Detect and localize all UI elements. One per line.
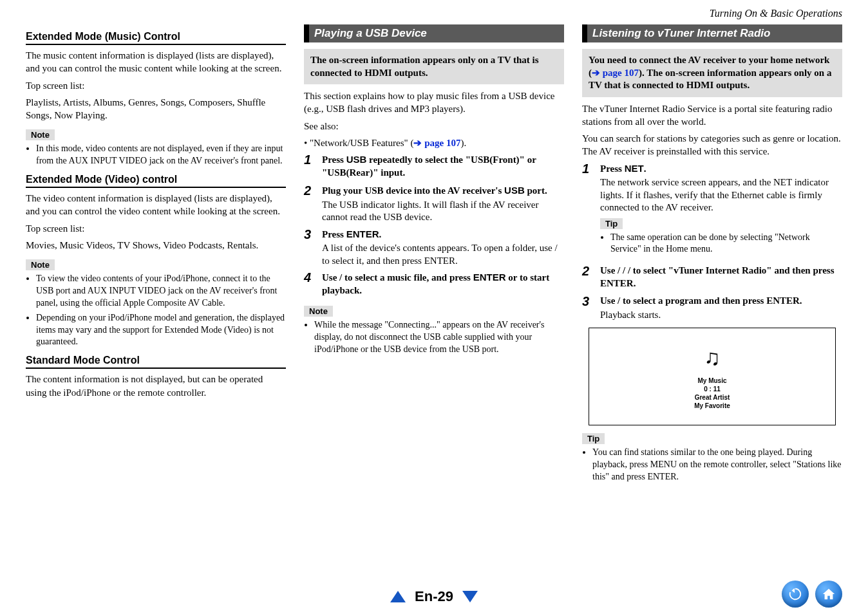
column-middle: Playing a USB Device The on-screen infor… bbox=[304, 24, 564, 488]
vtuner-step-1: 1 Press NET. The network service screen … bbox=[582, 162, 842, 261]
standard-mode-paragraph: The content information is not displayed… bbox=[26, 373, 286, 399]
step-number: 1 bbox=[304, 153, 316, 180]
vtuner-info-box: You need to connect the AV receiver to y… bbox=[582, 49, 842, 97]
vtuner-tip-item-1: The same operation can be done by select… bbox=[610, 232, 842, 256]
video-note-item-2: Depending on your iPod/iPhone model and … bbox=[36, 312, 286, 349]
mock-line-2: 0 : 11 bbox=[704, 385, 721, 393]
usb-info-box: The on-screen information appears only o… bbox=[304, 49, 564, 84]
video-paragraph-1: The video content information is display… bbox=[26, 192, 286, 218]
prev-page-button[interactable] bbox=[390, 591, 406, 602]
column-left: Extended Mode (Music) Control The music … bbox=[26, 24, 286, 488]
step-number: 4 bbox=[304, 271, 316, 298]
usb-step-4: 4 Use / to select a music file, and pres… bbox=[304, 271, 564, 298]
video-top-screen-items: Movies, Music Videos, TV Shows, Video Po… bbox=[26, 239, 286, 252]
step-number: 2 bbox=[582, 265, 594, 291]
mock-line-1: My Music bbox=[697, 377, 726, 385]
mock-line-4: My Favorite bbox=[694, 402, 730, 410]
usb-feature-link-line: • "Network/USB Features" (➔ page 107). bbox=[304, 136, 564, 149]
mock-line-3: Great Artist bbox=[695, 393, 730, 402]
vtuner-tip-item-2: You can find stations similar to the one… bbox=[592, 447, 842, 483]
heading-extended-video: Extended Mode (Video) control bbox=[26, 174, 286, 188]
music-top-screen-items: Playlists, Artists, Albums, Genres, Song… bbox=[26, 96, 286, 122]
tip-label: Tip bbox=[600, 218, 623, 229]
usb-step-2: 2 Plug your USB device into the AV recei… bbox=[304, 184, 564, 224]
playback-screen-mock: ♫ My Music 0 : 11 Great Artist My Favori… bbox=[589, 328, 836, 425]
vtuner-step-3: 3 Use / to select a program and then pre… bbox=[582, 295, 842, 321]
usb-intro-a: This section explains how to play music … bbox=[304, 89, 564, 116]
note-label: Note bbox=[304, 306, 333, 317]
video-top-screen-label: Top screen list: bbox=[26, 222, 286, 235]
home-button[interactable] bbox=[815, 581, 842, 608]
next-page-button[interactable] bbox=[462, 591, 478, 602]
step-number: 3 bbox=[582, 295, 594, 321]
header-section-path: Turning On & Basic Operations bbox=[710, 8, 842, 19]
note-label: Note bbox=[26, 259, 55, 270]
heading-extended-music: Extended Mode (Music) Control bbox=[26, 31, 286, 45]
music-note-icon: ♫ bbox=[704, 343, 721, 371]
usb-intro-b: See also: bbox=[304, 120, 564, 133]
vtuner-paragraph-1: The vTuner Internet Radio Service is a p… bbox=[582, 102, 842, 129]
page-number: En-29 bbox=[415, 588, 453, 605]
music-paragraph-1: The music content information is display… bbox=[26, 49, 286, 75]
usb-note-item: While the message "Connecting..." appear… bbox=[314, 319, 564, 356]
back-button[interactable] bbox=[782, 581, 809, 608]
note-label: Note bbox=[26, 129, 55, 140]
usb-step-3: 3 Press ENTER. A list of the device's co… bbox=[304, 228, 564, 268]
step-number: 3 bbox=[304, 228, 316, 268]
heading-usb: Playing a USB Device bbox=[304, 24, 564, 42]
step-number: 1 bbox=[582, 162, 594, 261]
heading-vtuner: Listening to vTuner Internet Radio bbox=[582, 24, 842, 42]
vtuner-paragraph-2: You can search for stations by categorie… bbox=[582, 132, 842, 158]
back-arrow-icon bbox=[788, 587, 802, 601]
step-number: 2 bbox=[304, 184, 316, 224]
usb-step-1: 1 Press USB repeatedly to select the "US… bbox=[304, 153, 564, 180]
home-icon bbox=[822, 587, 836, 601]
column-right: Listening to vTuner Internet Radio You n… bbox=[582, 24, 842, 488]
page-107-link[interactable]: page 107 bbox=[603, 68, 639, 78]
page-107-link[interactable]: page 107 bbox=[424, 138, 460, 148]
music-note-item: In this mode, video contents are not dis… bbox=[36, 143, 286, 167]
vtuner-step-2: 2 Use / / / to select "vTuner Internet R… bbox=[582, 265, 842, 291]
music-top-screen-label: Top screen list: bbox=[26, 79, 286, 92]
video-note-item-1: To view the video contents of your iPod/… bbox=[36, 273, 286, 310]
heading-standard-mode: Standard Mode Control bbox=[26, 355, 286, 369]
page-footer: En-29 bbox=[0, 588, 868, 605]
tip-label: Tip bbox=[582, 433, 605, 444]
